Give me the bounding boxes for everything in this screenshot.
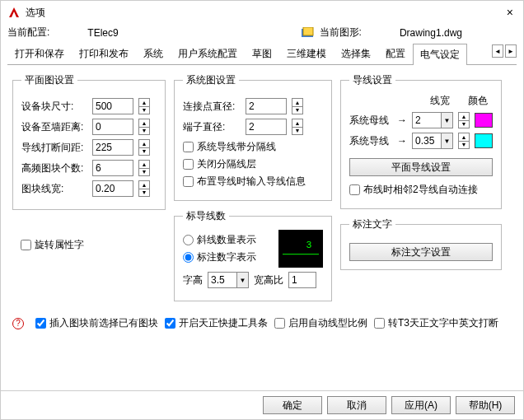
plan-wire-settings-button[interactable]: 平面导线设置: [349, 158, 493, 176]
spin-up-icon[interactable]: ▲: [459, 113, 469, 121]
group-system: 系统图设置 连接点直径:▲▼端子直径:▲▼ 系统导线带分隔线关闭分隔线层布置导线…: [174, 73, 332, 201]
spinner[interactable]: ▲▼: [138, 98, 150, 114]
spinner[interactable]: ▲▼: [292, 98, 303, 114]
footer-check-3[interactable]: 转T3天正文字中英文打断: [374, 316, 498, 330]
text-settings-button[interactable]: 标注文字设置: [349, 243, 493, 261]
tab-1[interactable]: 打印和发布: [72, 43, 136, 64]
group-wire-legend: 导线设置: [349, 73, 395, 87]
help-icon[interactable]: ?: [12, 318, 24, 329]
chevron-down-icon: ▼: [441, 133, 452, 148]
ok-button[interactable]: 确定: [263, 396, 322, 414]
auto-connect-label: 布线时相邻2导线自动连接: [363, 183, 478, 197]
sys-label-1: 端子直径:: [183, 120, 241, 134]
spin-up-icon[interactable]: ▲: [292, 119, 302, 128]
tab-3[interactable]: 用户系统配置: [171, 43, 245, 64]
spinner[interactable]: ▲▼: [138, 139, 150, 156]
mark-radio-1[interactable]: 标注数字表示: [183, 250, 272, 264]
rotate-attr-check[interactable]: 旋转属性字: [21, 238, 166, 252]
spin-down-icon[interactable]: ▼: [139, 169, 149, 176]
spin-up-icon[interactable]: ▲: [139, 161, 149, 169]
rotate-attr-label: 旋转属性字: [35, 238, 84, 252]
color-swatch-1[interactable]: [475, 133, 493, 148]
left-input-1[interactable]: [92, 119, 133, 135]
tab-6[interactable]: 选择集: [334, 43, 378, 64]
spin-up-icon[interactable]: ▲: [139, 99, 149, 107]
spin-down-icon[interactable]: ▼: [459, 121, 469, 128]
spin-up-icon[interactable]: ▲: [292, 99, 302, 107]
spin-down-icon[interactable]: ▼: [292, 128, 302, 135]
spin-down-icon[interactable]: ▼: [139, 189, 149, 197]
mark-preview: 3: [278, 230, 323, 268]
wire-width-0[interactable]: 2▼: [412, 112, 453, 128]
tab-7[interactable]: 配置: [378, 43, 413, 64]
drawing-value: Drawing1.dwg: [400, 27, 462, 39]
spinner[interactable]: ▲▼: [292, 119, 303, 135]
tab-8[interactable]: 电气设定: [413, 44, 467, 65]
svg-rect-1: [303, 27, 313, 35]
char-height-select[interactable]: 3.5 ▼: [208, 272, 249, 288]
titlebar: 选项 ×: [1, 1, 523, 24]
left-label-1: 设备至墙距离:: [21, 120, 87, 134]
col-color: 颜色: [468, 94, 488, 108]
footer-check-2[interactable]: 启用自动线型比例: [274, 316, 367, 330]
left-label-4: 图块线宽:: [21, 182, 87, 196]
left-label-3: 高频图块个数:: [21, 161, 87, 175]
app-icon: [7, 6, 21, 19]
group-mark: 标导线数 斜线数量表示标注数字表示 3 字高 3.5 ▼ 宽高比: [174, 209, 332, 301]
group-plan: 平面图设置 设备块尺寸:▲▼设备至墙距离:▲▼导线打断间距:▲▼高频图块个数:▲…: [12, 73, 166, 210]
spin-up-icon[interactable]: ▲: [139, 181, 149, 189]
profile-value: TElec9: [87, 27, 118, 39]
arrow-right-icon: →: [397, 114, 407, 126]
tab-2[interactable]: 系统: [136, 43, 171, 64]
tab-4[interactable]: 草图: [245, 43, 279, 64]
wire-label-0: 系统母线: [349, 114, 392, 128]
spin-up-icon[interactable]: ▲: [139, 119, 149, 128]
tab-5[interactable]: 三维建模: [279, 43, 334, 64]
color-swatch-0[interactable]: [475, 113, 493, 128]
drawing-label: 当前图形:: [320, 26, 362, 40]
sys-check-2[interactable]: 布置导线时输入导线信息: [183, 175, 323, 189]
tab-scroll-left[interactable]: ◄: [492, 44, 503, 58]
rotate-attr-checkbox[interactable]: [21, 240, 31, 250]
close-icon[interactable]: ×: [507, 6, 513, 19]
sys-check-1[interactable]: 关闭分隔线层: [183, 157, 323, 171]
spin-down-icon[interactable]: ▼: [459, 142, 469, 149]
group-plan-legend: 平面图设置: [21, 73, 77, 87]
spinner[interactable]: ▲▼: [458, 133, 470, 149]
tab-scroll-right[interactable]: ►: [505, 44, 517, 58]
sys-input-0[interactable]: [246, 98, 287, 114]
char-height-value: 3.5: [208, 274, 236, 286]
footer-check-1[interactable]: 开启天正快捷工具条: [165, 316, 268, 330]
spinner[interactable]: ▲▼: [138, 119, 150, 135]
left-label-2: 导线打断间距:: [21, 141, 87, 155]
left-input-3[interactable]: [92, 160, 133, 176]
spin-down-icon[interactable]: ▼: [139, 148, 149, 156]
cancel-button[interactable]: 取消: [327, 396, 386, 414]
spin-up-icon[interactable]: ▲: [139, 140, 149, 148]
spin-up-icon[interactable]: ▲: [459, 133, 469, 142]
sys-input-1[interactable]: [246, 119, 287, 135]
wire-width-1[interactable]: 0.35▼: [412, 133, 453, 149]
mark-radio-0[interactable]: 斜线数量表示: [183, 233, 272, 247]
ratio-input[interactable]: [288, 272, 316, 288]
left-input-4[interactable]: [92, 180, 133, 197]
tab-0[interactable]: 打开和保存: [7, 43, 72, 64]
spin-down-icon[interactable]: ▼: [292, 107, 302, 114]
footer-check-0[interactable]: 插入图块前选择已有图块: [35, 316, 158, 330]
tab-scroll: ◄ ►: [490, 44, 517, 58]
left-input-2[interactable]: [92, 139, 133, 156]
drawing-icon: [302, 27, 315, 39]
spinner[interactable]: ▲▼: [138, 160, 150, 176]
apply-button[interactable]: 应用(A): [391, 396, 451, 414]
auto-connect-check[interactable]: 布线时相邻2导线自动连接: [349, 183, 493, 197]
auto-connect-checkbox[interactable]: [349, 184, 360, 195]
group-text: 标注文字 标注文字设置: [340, 217, 502, 270]
group-wire: 导线设置 线宽 颜色 系统母线→2▼▲▼系统导线→0.35▼▲▼ 平面导线设置 …: [340, 73, 502, 209]
help-button[interactable]: 帮助(H): [456, 396, 515, 414]
spin-down-icon[interactable]: ▼: [139, 128, 149, 135]
spin-down-icon[interactable]: ▼: [139, 107, 149, 114]
sys-check-0[interactable]: 系统导线带分隔线: [183, 140, 323, 154]
left-input-0[interactable]: [92, 98, 133, 114]
spinner[interactable]: ▲▼: [458, 112, 470, 128]
spinner[interactable]: ▲▼: [138, 180, 150, 197]
